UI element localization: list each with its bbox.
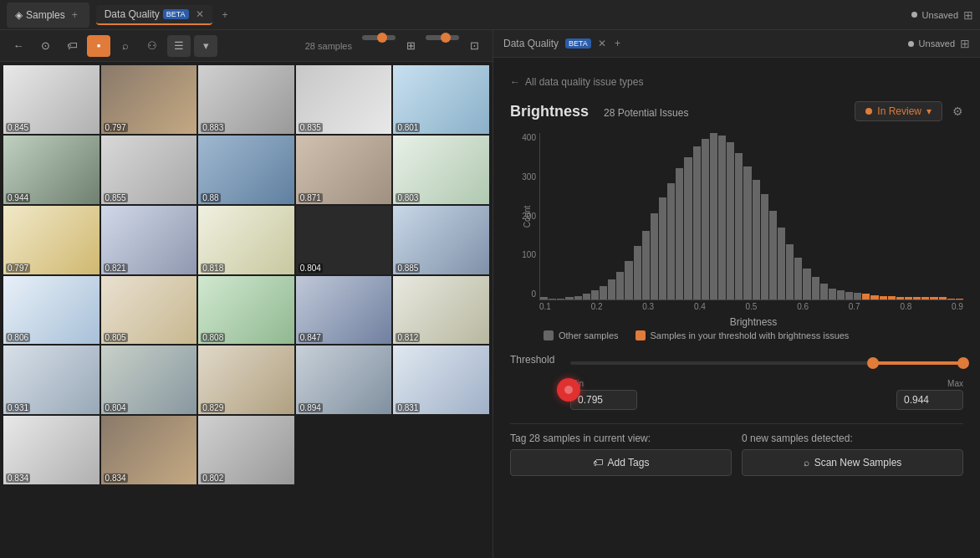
dropdown-tool-button[interactable]: ▾ (194, 35, 217, 57)
size-slider[interactable] (362, 35, 396, 40)
image-cell[interactable]: 0.806 (3, 276, 100, 345)
person-tool-button[interactable]: ⚇ (140, 35, 164, 57)
threshold-fill (873, 361, 963, 365)
image-cell[interactable]: 0.829 (198, 346, 294, 414)
samples-tab[interactable]: ◈ Samples + (7, 3, 89, 28)
histogram-bar (634, 246, 641, 299)
new-tab-icon[interactable]: + (219, 6, 232, 24)
histogram-bar (880, 296, 887, 299)
back-button[interactable]: ← (7, 35, 30, 57)
image-score: 0.804 (104, 403, 128, 412)
chart-bars-container: Count (539, 133, 963, 300)
histogram-bar (862, 294, 870, 299)
back-link[interactable]: ← All data quality issue types (510, 71, 963, 93)
gear-button[interactable]: ⚙ (952, 105, 963, 118)
histogram-bar (574, 296, 582, 299)
add-tags-label: Add Tags (608, 457, 650, 468)
histogram-bar (642, 231, 650, 299)
image-cell[interactable]: 0.804 (101, 346, 197, 414)
histogram-bar (837, 290, 845, 299)
image-cell[interactable]: 0.835 (296, 65, 392, 134)
y-tick-300: 300 (522, 172, 536, 182)
histogram-bar (702, 139, 709, 299)
histogram-bar (659, 197, 666, 299)
image-cell[interactable]: 0.834 (101, 416, 197, 484)
unsaved-label-right: Unsaved (919, 38, 955, 49)
image-cell[interactable]: 0.802 (198, 416, 294, 484)
left-panel: ← ⊙ 🏷 ▪ ⌕ ⚇ ☰ ▾ 28 samples ⊞ ⊡ 0.8450.79… (0, 30, 493, 558)
grid-view-button[interactable]: ⊞ (399, 35, 422, 57)
x-label-04: 0.4 (694, 302, 706, 311)
close-tab-icon[interactable]: ✕ (196, 8, 204, 20)
review-button[interactable]: In Review ▾ (855, 101, 942, 121)
scan-label: Scan New Samples (814, 457, 902, 468)
image-cell[interactable]: 0.834 (3, 416, 100, 484)
histogram-bar (743, 166, 751, 299)
back-arrow-icon: ← (510, 76, 520, 88)
histogram-bar (845, 292, 853, 299)
y-tick-0: 0 (531, 289, 536, 299)
histogram-bar (693, 146, 701, 299)
select-tool-button[interactable]: ▪ (87, 35, 110, 57)
image-cell[interactable]: 0.797 (101, 65, 197, 134)
threshold-thumb-min[interactable] (867, 357, 879, 369)
image-cell[interactable]: 0.88 (198, 136, 294, 204)
crop-button[interactable]: ⊡ (462, 35, 486, 57)
image-cell[interactable]: 0.883 (198, 65, 294, 134)
back-link-label: All data quality issue types (525, 76, 643, 88)
image-cell[interactable]: 0.801 (393, 65, 489, 134)
max-value-input[interactable] (896, 390, 963, 410)
search-tool-button[interactable]: ⌕ (114, 35, 137, 57)
image-cell[interactable]: 0.804 (296, 206, 392, 274)
scan-info: 0 new samples detected: (742, 433, 963, 444)
grid-icon-right[interactable]: ⊞ (960, 37, 970, 50)
image-cell[interactable]: 0.855 (101, 136, 197, 204)
scan-icon: ⌕ (804, 457, 809, 468)
circle-tool-button[interactable]: ⊙ (33, 35, 57, 57)
spacing-slider[interactable] (426, 35, 459, 40)
image-cell[interactable]: 0.797 (3, 206, 100, 274)
add-tab-icon[interactable]: + (69, 6, 81, 24)
image-score: 0.806 (6, 333, 30, 342)
samples-tab-label: Samples (26, 9, 65, 21)
image-cell[interactable]: 0.871 (296, 136, 392, 204)
image-cell[interactable]: 0.805 (101, 276, 197, 345)
image-score: 0.855 (104, 193, 128, 202)
image-cell[interactable]: 0.818 (198, 206, 294, 274)
close-right-icon[interactable]: ✕ (598, 38, 606, 49)
scan-button[interactable]: ⌕ Scan New Samples (742, 449, 963, 476)
histogram-bar (565, 297, 573, 299)
histogram-bar (947, 299, 955, 299)
image-cell[interactable]: 0.845 (3, 65, 100, 134)
unsaved-dot (911, 12, 917, 18)
histogram-bar (710, 133, 717, 299)
add-tags-button[interactable]: 🏷 Add Tags (510, 449, 732, 476)
image-score: 0.803 (396, 193, 420, 202)
list-tool-button[interactable]: ☰ (167, 35, 191, 57)
y-axis-label: Count (523, 206, 532, 228)
tag-tool-button[interactable]: 🏷 (60, 35, 84, 57)
image-cell[interactable]: 0.931 (3, 346, 100, 414)
image-cell[interactable]: 0.847 (296, 276, 392, 345)
y-tick-100: 100 (522, 250, 536, 259)
image-cell[interactable]: 0.812 (393, 276, 489, 345)
image-cell[interactable]: 0.821 (101, 206, 197, 274)
image-cell[interactable]: 0.885 (393, 206, 489, 274)
data-quality-tab[interactable]: Data Quality BETA ✕ (96, 5, 212, 25)
min-value-input[interactable] (570, 390, 637, 410)
image-cell[interactable]: 0.831 (393, 346, 489, 414)
histogram-bar (803, 269, 810, 299)
threshold-slider[interactable] (570, 356, 963, 370)
histogram-bar (735, 153, 743, 299)
threshold-thumb-max[interactable] (957, 357, 969, 369)
image-cell[interactable]: 0.894 (296, 346, 392, 414)
histogram-bar (557, 299, 564, 299)
image-cell[interactable]: 0.803 (393, 136, 489, 204)
image-cell[interactable]: 0.944 (3, 136, 100, 204)
min-input-group: Min (570, 379, 637, 410)
image-score: 0.808 (201, 333, 225, 342)
grid-icon[interactable]: ⊞ (963, 8, 973, 22)
chart-wrapper: 400 300 200 100 0 Count (510, 133, 963, 300)
image-cell[interactable]: 0.808 (198, 276, 294, 345)
add-right-icon[interactable]: + (615, 38, 620, 49)
